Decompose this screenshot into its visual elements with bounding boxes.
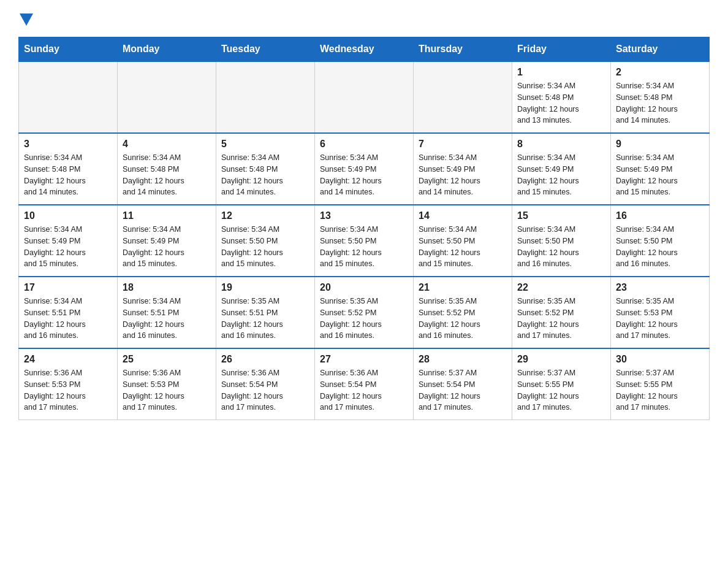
day-info: Sunrise: 5:34 AM Sunset: 5:49 PM Dayligh…	[123, 224, 211, 270]
day-number: 1	[517, 67, 605, 78]
calendar-body: 1Sunrise: 5:34 AM Sunset: 5:48 PM Daylig…	[19, 61, 710, 420]
day-info: Sunrise: 5:34 AM Sunset: 5:49 PM Dayligh…	[616, 152, 704, 198]
week-row-3: 10Sunrise: 5:34 AM Sunset: 5:49 PM Dayli…	[19, 205, 710, 277]
day-number: 11	[123, 210, 211, 221]
day-number: 13	[320, 210, 408, 221]
day-info: Sunrise: 5:36 AM Sunset: 5:53 PM Dayligh…	[123, 367, 211, 413]
day-info: Sunrise: 5:34 AM Sunset: 5:48 PM Dayligh…	[24, 152, 112, 198]
day-info: Sunrise: 5:35 AM Sunset: 5:52 PM Dayligh…	[320, 296, 408, 342]
calendar-cell	[414, 61, 512, 133]
calendar-cell: 10Sunrise: 5:34 AM Sunset: 5:49 PM Dayli…	[19, 205, 118, 277]
day-info: Sunrise: 5:37 AM Sunset: 5:54 PM Dayligh…	[419, 367, 507, 413]
calendar-cell	[118, 61, 216, 133]
day-header-tuesday: Tuesday	[216, 37, 315, 62]
day-number: 25	[123, 354, 211, 365]
day-number: 28	[419, 354, 507, 365]
day-number: 3	[24, 139, 112, 150]
day-info: Sunrise: 5:36 AM Sunset: 5:53 PM Dayligh…	[24, 367, 112, 413]
day-info: Sunrise: 5:34 AM Sunset: 5:49 PM Dayligh…	[517, 152, 605, 198]
day-header-saturday: Saturday	[611, 37, 710, 62]
calendar-cell: 27Sunrise: 5:36 AM Sunset: 5:54 PM Dayli…	[315, 348, 414, 420]
calendar-table: SundayMondayTuesdayWednesdayThursdayFrid…	[18, 37, 710, 420]
day-info: Sunrise: 5:34 AM Sunset: 5:51 PM Dayligh…	[123, 296, 211, 342]
day-number: 4	[123, 139, 211, 150]
day-info: Sunrise: 5:34 AM Sunset: 5:49 PM Dayligh…	[419, 152, 507, 198]
day-number: 22	[517, 282, 605, 293]
day-number: 8	[517, 139, 605, 150]
week-row-5: 24Sunrise: 5:36 AM Sunset: 5:53 PM Dayli…	[19, 348, 710, 420]
logo-triangle-icon	[20, 13, 33, 26]
calendar-cell: 19Sunrise: 5:35 AM Sunset: 5:51 PM Dayli…	[216, 277, 315, 348]
day-info: Sunrise: 5:34 AM Sunset: 5:50 PM Dayligh…	[419, 224, 507, 270]
day-info: Sunrise: 5:34 AM Sunset: 5:50 PM Dayligh…	[221, 224, 309, 270]
day-number: 16	[616, 210, 704, 221]
day-info: Sunrise: 5:36 AM Sunset: 5:54 PM Dayligh…	[221, 367, 309, 413]
day-number: 30	[616, 354, 704, 365]
day-number: 7	[419, 139, 507, 150]
day-info: Sunrise: 5:34 AM Sunset: 5:48 PM Dayligh…	[221, 152, 309, 198]
day-number: 12	[221, 210, 309, 221]
calendar-cell: 13Sunrise: 5:34 AM Sunset: 5:50 PM Dayli…	[315, 205, 414, 277]
calendar-cell: 5Sunrise: 5:34 AM Sunset: 5:48 PM Daylig…	[216, 133, 315, 205]
day-number: 17	[24, 282, 112, 293]
calendar-cell: 21Sunrise: 5:35 AM Sunset: 5:52 PM Dayli…	[414, 277, 512, 348]
calendar-cell: 8Sunrise: 5:34 AM Sunset: 5:49 PM Daylig…	[512, 133, 611, 205]
day-info: Sunrise: 5:34 AM Sunset: 5:48 PM Dayligh…	[616, 80, 704, 126]
calendar-cell: 23Sunrise: 5:35 AM Sunset: 5:53 PM Dayli…	[611, 277, 710, 348]
day-number: 18	[123, 282, 211, 293]
day-info: Sunrise: 5:37 AM Sunset: 5:55 PM Dayligh…	[517, 367, 605, 413]
calendar-cell: 3Sunrise: 5:34 AM Sunset: 5:48 PM Daylig…	[19, 133, 118, 205]
day-info: Sunrise: 5:35 AM Sunset: 5:53 PM Dayligh…	[616, 296, 704, 342]
day-info: Sunrise: 5:34 AM Sunset: 5:51 PM Dayligh…	[24, 296, 112, 342]
day-header-monday: Monday	[118, 37, 216, 62]
calendar-cell: 12Sunrise: 5:34 AM Sunset: 5:50 PM Dayli…	[216, 205, 315, 277]
page-header	[18, 12, 710, 26]
calendar-cell: 18Sunrise: 5:34 AM Sunset: 5:51 PM Dayli…	[118, 277, 216, 348]
day-info: Sunrise: 5:35 AM Sunset: 5:51 PM Dayligh…	[221, 296, 309, 342]
week-row-1: 1Sunrise: 5:34 AM Sunset: 5:48 PM Daylig…	[19, 61, 710, 133]
calendar-cell: 2Sunrise: 5:34 AM Sunset: 5:48 PM Daylig…	[611, 61, 710, 133]
day-info: Sunrise: 5:34 AM Sunset: 5:48 PM Dayligh…	[123, 152, 211, 198]
calendar-cell: 1Sunrise: 5:34 AM Sunset: 5:48 PM Daylig…	[512, 61, 611, 133]
day-info: Sunrise: 5:36 AM Sunset: 5:54 PM Dayligh…	[320, 367, 408, 413]
calendar-cell: 25Sunrise: 5:36 AM Sunset: 5:53 PM Dayli…	[118, 348, 216, 420]
day-number: 5	[221, 139, 309, 150]
calendar-cell: 26Sunrise: 5:36 AM Sunset: 5:54 PM Dayli…	[216, 348, 315, 420]
day-info: Sunrise: 5:35 AM Sunset: 5:52 PM Dayligh…	[517, 296, 605, 342]
calendar-header: SundayMondayTuesdayWednesdayThursdayFrid…	[19, 37, 710, 62]
calendar-cell: 30Sunrise: 5:37 AM Sunset: 5:55 PM Dayli…	[611, 348, 710, 420]
day-number: 10	[24, 210, 112, 221]
day-info: Sunrise: 5:34 AM Sunset: 5:48 PM Dayligh…	[517, 80, 605, 126]
calendar-cell	[315, 61, 414, 133]
day-number: 2	[616, 67, 704, 78]
day-info: Sunrise: 5:34 AM Sunset: 5:49 PM Dayligh…	[24, 224, 112, 270]
days-of-week-row: SundayMondayTuesdayWednesdayThursdayFrid…	[19, 37, 710, 62]
week-row-2: 3Sunrise: 5:34 AM Sunset: 5:48 PM Daylig…	[19, 133, 710, 205]
day-number: 27	[320, 354, 408, 365]
calendar-cell: 29Sunrise: 5:37 AM Sunset: 5:55 PM Dayli…	[512, 348, 611, 420]
calendar-cell: 14Sunrise: 5:34 AM Sunset: 5:50 PM Dayli…	[414, 205, 512, 277]
calendar-cell	[19, 61, 118, 133]
day-header-friday: Friday	[512, 37, 611, 62]
calendar-cell: 9Sunrise: 5:34 AM Sunset: 5:49 PM Daylig…	[611, 133, 710, 205]
calendar-cell: 16Sunrise: 5:34 AM Sunset: 5:50 PM Dayli…	[611, 205, 710, 277]
day-number: 24	[24, 354, 112, 365]
day-info: Sunrise: 5:34 AM Sunset: 5:50 PM Dayligh…	[320, 224, 408, 270]
day-number: 15	[517, 210, 605, 221]
calendar-cell: 17Sunrise: 5:34 AM Sunset: 5:51 PM Dayli…	[19, 277, 118, 348]
day-number: 21	[419, 282, 507, 293]
calendar-cell	[216, 61, 315, 133]
calendar-cell: 20Sunrise: 5:35 AM Sunset: 5:52 PM Dayli…	[315, 277, 414, 348]
day-info: Sunrise: 5:34 AM Sunset: 5:49 PM Dayligh…	[320, 152, 408, 198]
day-number: 20	[320, 282, 408, 293]
day-header-thursday: Thursday	[414, 37, 512, 62]
day-header-wednesday: Wednesday	[315, 37, 414, 62]
day-number: 9	[616, 139, 704, 150]
day-info: Sunrise: 5:37 AM Sunset: 5:55 PM Dayligh…	[616, 367, 704, 413]
day-number: 19	[221, 282, 309, 293]
day-info: Sunrise: 5:34 AM Sunset: 5:50 PM Dayligh…	[616, 224, 704, 270]
calendar-cell: 22Sunrise: 5:35 AM Sunset: 5:52 PM Dayli…	[512, 277, 611, 348]
day-header-sunday: Sunday	[19, 37, 118, 62]
calendar-cell: 28Sunrise: 5:37 AM Sunset: 5:54 PM Dayli…	[414, 348, 512, 420]
week-row-4: 17Sunrise: 5:34 AM Sunset: 5:51 PM Dayli…	[19, 277, 710, 348]
